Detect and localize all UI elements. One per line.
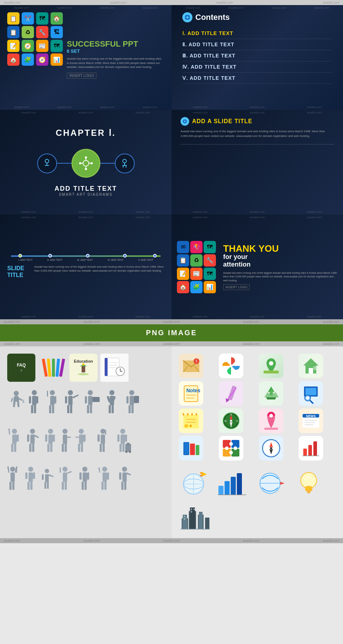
svg-rect-120: [27, 482, 30, 490]
s6-icon-2: 🪁: [190, 241, 203, 253]
svg-rect-54: [70, 405, 72, 413]
svg-rect-80: [30, 435, 35, 444]
svg-point-124: [45, 469, 49, 473]
s6-icon-9: 🗺: [204, 268, 216, 280]
globe-plane-icon: [179, 468, 211, 497]
svg-rect-111: [127, 443, 130, 445]
svg-point-40: [32, 390, 37, 395]
svg-rect-237: [190, 507, 195, 529]
svg-point-139: [102, 467, 107, 472]
svg-rect-108: [117, 435, 120, 442]
svg-point-94: [79, 429, 84, 434]
svg-rect-49: [52, 405, 54, 413]
app-icon-search: [299, 381, 323, 406]
svg-point-22: [184, 121, 186, 122]
slide1-title-content: SUCCESSFUL PPT 6 SET Asadal has been run…: [67, 40, 164, 79]
svg-rect-100: [101, 435, 105, 444]
svg-text:W: W: [224, 420, 227, 422]
svg-rect-87: [50, 444, 52, 452]
svg-rect-47: [50, 396, 55, 405]
svg-point-144: [122, 467, 127, 472]
contents-item-5: Ⅴ. ADD TITLE TEXT: [182, 73, 332, 84]
svg-rect-134: [83, 472, 87, 482]
svg-rect-128: [42, 474, 44, 480]
timeline-dot-4: [123, 254, 127, 258]
slide6-icons: ✉ 🪁 🗺 📋 ♻ 🔧 📝 📰 🗺 🏠 🧩 📊: [177, 241, 216, 293]
svg-rect-27: [59, 359, 65, 377]
people-row-3: [7, 465, 164, 499]
svg-rect-32: [105, 358, 108, 376]
svg-rect-224: [225, 481, 230, 495]
app-icon-pinwheel: [219, 354, 243, 378]
svg-rect-239: [199, 512, 203, 529]
icon-compass: 🧭: [22, 40, 34, 52]
wm-2: asadal.com: [110, 1, 127, 4]
svg-rect-52: [68, 396, 73, 405]
svg-point-7: [83, 160, 89, 166]
wm-3: asadal.com: [216, 1, 233, 4]
svg-rect-73: [126, 396, 129, 403]
svg-point-207: [225, 446, 229, 450]
svg-rect-75: [12, 435, 17, 444]
s6-icon-8: 📰: [190, 268, 203, 280]
icon-chart: 📊: [51, 53, 63, 66]
icon-build: 🏗: [51, 26, 63, 38]
svg-rect-127: [47, 482, 49, 489]
slide3-add-title: ADD TITLE TEXT: [55, 185, 117, 193]
svg-rect-148: [119, 472, 121, 480]
slide1-title: SUCCESSFUL PPT: [67, 40, 164, 48]
svg-rect-198: [184, 443, 188, 454]
svg-point-16: [123, 159, 126, 163]
svg-rect-240: [205, 518, 209, 529]
wm-4: asadal.com: [323, 1, 339, 4]
thank-you-title: THANK YOU: [223, 244, 338, 253]
app-icon-books: [179, 436, 203, 461]
svg-point-178: [190, 425, 192, 427]
slide5-content: SLIDETITLE Asadal has been running one o…: [7, 265, 164, 278]
svg-rect-115: [10, 472, 15, 482]
s6-icon-1: ✉: [177, 241, 189, 253]
svg-text:Notes: Notes: [186, 388, 200, 393]
people-row-1: [7, 389, 164, 423]
svg-rect-169: [309, 400, 314, 404]
svg-point-62: [109, 390, 114, 395]
thank-you-content: THANK YOU for your attention Asadal has …: [220, 244, 338, 290]
svg-rect-81: [29, 444, 31, 452]
svg-point-39: [14, 391, 19, 396]
svg-point-129: [62, 467, 68, 472]
svg-rect-166: [305, 388, 316, 395]
svg-rect-125: [45, 474, 49, 482]
svg-rect-156: [309, 368, 313, 373]
slide4-desc: Asadal has been running one of the bigge…: [181, 129, 334, 139]
svg-text:N: N: [230, 413, 232, 416]
smart-node-center: [71, 149, 100, 178]
icon-news: 📰: [36, 40, 48, 52]
svg-rect-123: [33, 472, 35, 479]
slide-6: asadal.com asadal.com asadal.com ✉ 🪁 🗺 📋…: [172, 215, 343, 319]
svg-point-177: [184, 424, 188, 428]
s6-icon-4: 📋: [177, 254, 189, 267]
svg-point-51: [68, 390, 73, 395]
svg-rect-71: [131, 405, 134, 413]
notebook-icon: [100, 354, 129, 382]
svg-rect-65: [112, 405, 114, 413]
wm-1: asadal.com: [4, 1, 20, 4]
svg-rect-119: [29, 472, 33, 482]
svg-rect-93: [65, 444, 67, 452]
slide-4: asadal.com asadal.com asadal.com ADD A S…: [172, 110, 343, 215]
svg-rect-48: [49, 405, 51, 413]
people-row-2: [7, 427, 164, 461]
slide4-title: ADD A SLIDE TITLE: [192, 118, 252, 125]
app-icon-pencil: [219, 381, 243, 406]
timeline-dot-2: [48, 254, 52, 258]
svg-rect-136: [84, 482, 87, 490]
svg-rect-109: [125, 435, 127, 442]
svg-rect-102: [103, 444, 105, 452]
slide5-title-block: SLIDETITLE: [7, 265, 29, 278]
smart-line-1: [57, 163, 71, 164]
thank-you-for: for your: [223, 253, 338, 261]
svg-point-153: [269, 361, 273, 366]
app-icon-notes: Notes: [179, 381, 203, 406]
svg-text:S: S: [230, 425, 232, 428]
png-right-col: !: [172, 346, 343, 538]
